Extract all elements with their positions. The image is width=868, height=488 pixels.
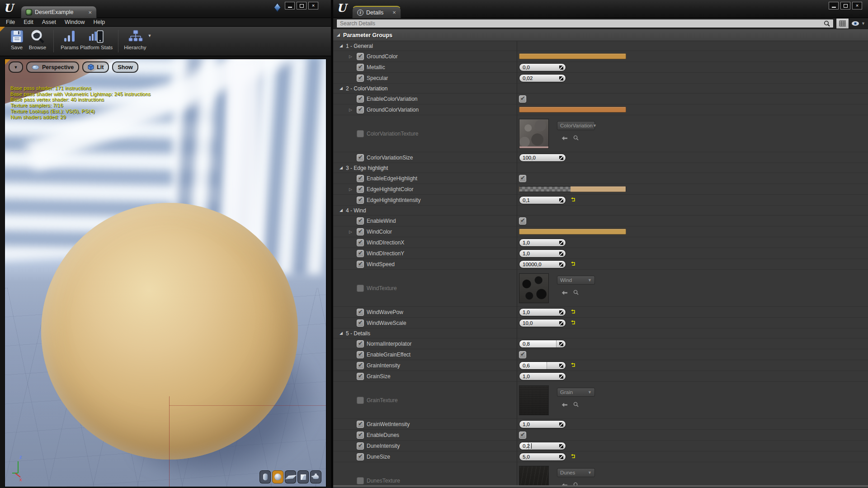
material-preview-viewport[interactable]: ▼PerspectiveLitShow Base pass shader: 17… [5, 59, 326, 487]
value-spinner-icon[interactable] [559, 444, 563, 448]
group-header-2---colorvariation[interactable]: ◢2 - ColorVariation [333, 84, 868, 94]
value-checkbox-enablegraineffect[interactable] [519, 351, 526, 358]
browse-to-asset-button[interactable] [573, 401, 579, 409]
value-spinner-icon[interactable] [559, 422, 563, 427]
param-enable-checkbox[interactable] [357, 285, 364, 292]
value-checkbox-enablecolorvariation[interactable] [519, 95, 526, 103]
value-checkbox-enablewind[interactable] [519, 217, 526, 225]
param-enable-checkbox[interactable] [357, 421, 364, 428]
param-enable-checkbox[interactable] [357, 175, 364, 182]
texture-thumbnail-dunes[interactable] [519, 466, 549, 487]
color-swatch-groundcolor[interactable] [519, 53, 626, 59]
property-matrix-button[interactable] [836, 18, 849, 29]
params-button[interactable]: Params [59, 29, 80, 50]
tab-close-icon[interactable]: × [386, 9, 396, 16]
viewport-options-button[interactable]: ▼ [9, 61, 23, 73]
hierarchy-button[interactable]: Hierarchy [124, 29, 146, 50]
value-checkbox-enabledunes[interactable] [519, 432, 526, 439]
value-spinner-icon[interactable] [559, 252, 563, 256]
expander-icon[interactable]: ▷ [349, 187, 352, 192]
tab-close-icon[interactable]: × [82, 9, 92, 16]
param-enable-checkbox[interactable] [357, 106, 364, 113]
param-enable-checkbox[interactable] [357, 217, 364, 225]
value-input-windwavescale[interactable]: 10,0 [519, 319, 566, 327]
param-enable-checkbox[interactable] [357, 340, 364, 347]
param-enable-checkbox[interactable] [357, 477, 364, 484]
value-spinner-icon[interactable] [559, 156, 563, 160]
value-spinner-icon[interactable] [559, 310, 563, 314]
value-input-grainwetintensity[interactable]: 1,0 [519, 420, 566, 428]
preview-shape-cylinder-button[interactable] [259, 470, 271, 483]
maximize-button[interactable] [840, 2, 850, 9]
close-button[interactable]: × [308, 2, 318, 9]
preview-shape-teapot-button[interactable] [310, 470, 321, 483]
value-input-grainintensity[interactable]: 0,6 [519, 361, 566, 370]
param-enable-checkbox[interactable] [357, 64, 364, 71]
value-input-windwavepow[interactable]: 1,0 [519, 308, 566, 316]
value-spinner-icon[interactable] [559, 321, 563, 325]
value-input-corlorvariationsize[interactable]: 100,0 [519, 154, 566, 162]
param-enable-checkbox[interactable] [357, 432, 364, 439]
group-header-4---wind[interactable]: ◢4 - Wind [333, 206, 868, 216]
group-header-5---details[interactable]: ◢5 - Details [333, 328, 868, 338]
minimize-button[interactable] [285, 2, 295, 9]
hierarchy-dropdown-icon[interactable]: ▼ [147, 33, 151, 38]
perspective-button[interactable]: Perspective [26, 61, 79, 73]
reset-button[interactable] [571, 308, 576, 316]
param-enable-checkbox[interactable] [357, 309, 364, 316]
expander-icon[interactable]: ▷ [349, 108, 352, 112]
value-input-grainsize[interactable]: 1,0 [519, 372, 566, 380]
close-button[interactable]: × [852, 2, 862, 9]
minimize-button[interactable] [829, 2, 839, 9]
texture-combo-dunes[interactable]: Dunes▼ [557, 468, 595, 477]
reset-button[interactable] [571, 319, 576, 327]
value-spinner-icon[interactable] [559, 364, 563, 368]
texture-combo-colorvariation[interactable]: ColorVariation▼ [557, 121, 595, 130]
value-checkbox-enableedgehighlight[interactable] [519, 175, 526, 182]
tab-desertexample[interactable]: DesertExample × [21, 6, 97, 18]
use-selected-button[interactable] [561, 401, 568, 409]
value-input-normalinterpolator[interactable]: 0,8 [519, 340, 566, 348]
reset-button[interactable] [571, 260, 576, 268]
param-enable-checkbox[interactable] [357, 130, 364, 137]
preview-shape-sphere-button[interactable] [272, 470, 283, 483]
param-enable-checkbox[interactable] [357, 239, 364, 246]
reset-button[interactable] [571, 361, 576, 370]
menu-asset[interactable]: Asset [42, 19, 56, 25]
show-button[interactable]: Show [112, 61, 138, 73]
param-enable-checkbox[interactable] [357, 319, 364, 327]
param-enable-checkbox[interactable] [357, 373, 364, 380]
save-button[interactable]: Save [6, 29, 27, 50]
reset-button[interactable] [571, 196, 576, 204]
param-enable-checkbox[interactable] [357, 75, 364, 82]
param-enable-checkbox[interactable] [357, 154, 364, 161]
param-enable-checkbox[interactable] [357, 250, 364, 257]
lit-button[interactable]: Lit [82, 61, 109, 73]
menu-edit[interactable]: Edit [24, 19, 33, 25]
value-spinner-icon[interactable] [559, 263, 563, 267]
param-enable-checkbox[interactable] [357, 53, 364, 60]
value-input-windspeed[interactable]: 10000,0 [519, 260, 566, 268]
param-enable-checkbox[interactable] [357, 351, 364, 358]
maximize-button[interactable] [297, 2, 307, 9]
value-spinner-icon[interactable] [559, 241, 563, 245]
preview-shape-cube-button[interactable] [297, 470, 309, 483]
color-swatch-windcolor[interactable] [519, 229, 626, 235]
value-input-edgehighlightintensity[interactable]: 0,1 [519, 196, 566, 204]
value-input-specular[interactable]: 0,02 [519, 74, 566, 82]
value-input-dunesize[interactable]: 5,0 [519, 453, 566, 461]
value-input-duneintensity[interactable]: 0,2 [519, 442, 566, 450]
search-input[interactable] [336, 19, 834, 28]
value-spinner-icon[interactable] [559, 66, 563, 70]
menu-file[interactable]: File [6, 19, 15, 25]
browse-to-asset-button[interactable] [573, 289, 579, 297]
group-header-3---edge-highlight[interactable]: ◢3 - Edge highlight [333, 163, 868, 173]
param-enable-checkbox[interactable] [357, 397, 364, 404]
color-swatch-groundcolorvariation[interactable] [519, 107, 626, 113]
param-enable-checkbox[interactable] [357, 95, 364, 103]
texture-thumbnail-wind[interactable] [519, 273, 549, 303]
texture-combo-wind[interactable]: Wind▼ [557, 276, 595, 285]
param-enable-checkbox[interactable] [357, 228, 364, 235]
texture-combo-grain[interactable]: Grain▼ [557, 388, 595, 397]
param-enable-checkbox[interactable] [357, 197, 364, 204]
